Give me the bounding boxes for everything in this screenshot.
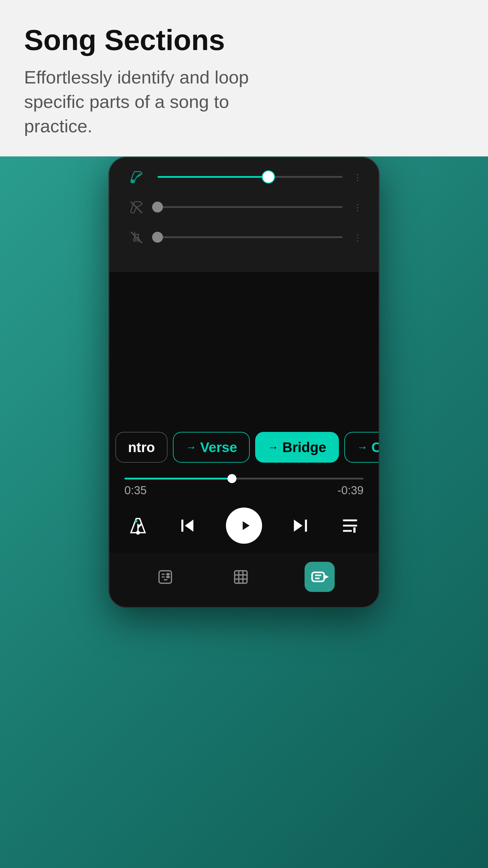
page-subtitle: Effortlessly identify and loop specific …: [24, 65, 295, 138]
bottom-nav: [109, 553, 379, 607]
current-time: 0:35: [124, 484, 147, 497]
track-row-muted2: ⋮: [124, 230, 364, 245]
page-title: Song Sections: [24, 24, 464, 56]
track-row-muted1: ⋮: [124, 200, 364, 215]
guitar-icon: [124, 170, 149, 185]
nav-loop[interactable]: [304, 562, 335, 592]
muted2-menu[interactable]: ⋮: [352, 233, 364, 243]
section-label-bridge: Bridge: [282, 439, 326, 456]
progress-fill: [124, 478, 232, 479]
fastforward-button[interactable]: [289, 514, 313, 538]
verse-arrow: →: [186, 441, 196, 454]
section-label-chorus: Chorus: [371, 439, 379, 456]
time-row: 0:35 -0:39: [124, 479, 364, 498]
section-pill-chorus[interactable]: → Chorus: [344, 432, 379, 463]
guitar-slider[interactable]: [158, 176, 343, 179]
playback-controls: [109, 501, 379, 553]
device-container: ⋮ ⋮: [78, 157, 410, 608]
svg-marker-10: [243, 521, 250, 530]
muted1-menu[interactable]: ⋮: [352, 203, 364, 213]
metronome-button[interactable]: [127, 515, 149, 536]
svg-rect-21: [312, 572, 324, 581]
sections-bar: ntro → Verse → Bridge → Chorus Ve: [109, 423, 379, 472]
muted-notes-icon: [124, 230, 149, 245]
svg-rect-16: [235, 570, 247, 583]
chorus-arrow: →: [357, 441, 368, 454]
guitar-menu[interactable]: ⋮: [352, 173, 364, 182]
rewind-button[interactable]: [175, 514, 199, 538]
progress-area: 0:35 -0:39: [109, 472, 379, 501]
bridge-arrow: →: [268, 441, 279, 454]
top-section: Song Sections Effortlessly identify and …: [0, 0, 488, 156]
play-button[interactable]: [226, 507, 262, 544]
remaining-time: -0:39: [337, 484, 364, 497]
muted-instrument-icon: [124, 200, 149, 215]
section-pill-verse[interactable]: → Verse: [173, 432, 250, 463]
device-mockup: ⋮ ⋮: [108, 157, 380, 608]
svg-point-0: [131, 180, 134, 182]
mixer-area: ⋮ ⋮: [109, 158, 379, 272]
section-label-intro: ntro: [128, 439, 155, 456]
dark-middle-area: [109, 272, 379, 423]
section-pill-bridge[interactable]: → Bridge: [255, 432, 339, 463]
track-row-guitar: ⋮: [124, 170, 364, 185]
nav-chords[interactable]: [229, 565, 253, 589]
svg-point-7: [137, 531, 139, 534]
nav-lyrics[interactable]: [153, 565, 177, 589]
progress-thumb[interactable]: [227, 474, 236, 483]
equalizer-button[interactable]: [339, 515, 361, 536]
muted2-slider[interactable]: [158, 236, 343, 239]
progress-bar[interactable]: [124, 478, 364, 479]
svg-line-3: [131, 232, 142, 243]
section-label-verse: Verse: [200, 439, 237, 456]
section-pill-intro[interactable]: ntro: [116, 432, 167, 463]
muted1-slider[interactable]: [158, 206, 343, 209]
